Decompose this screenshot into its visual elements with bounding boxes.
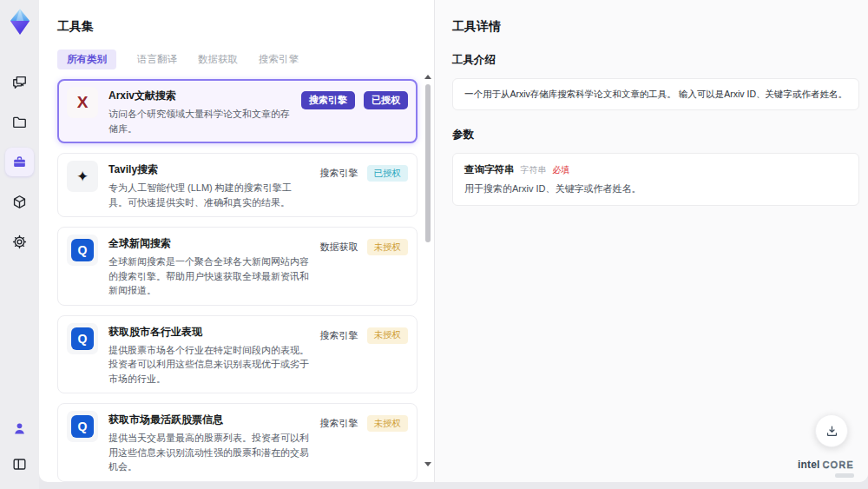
tool-list-panel: 工具集 所有类别语言翻译数据获取搜索引擎 Arxiv文献搜索 访问各个研究领域大… (39, 0, 434, 482)
tool-title: 全球新闻搜索 (108, 236, 310, 251)
folder-icon (11, 114, 28, 130)
tab-label: 数据获取 (198, 54, 238, 64)
tool-badges: 数据获取 未授权 (320, 235, 409, 255)
scrollbar (424, 75, 431, 477)
auth-badge: 未授权 (367, 327, 409, 344)
page-title: 工具集 (57, 19, 418, 35)
intro-heading: 工具介绍 (452, 53, 859, 68)
tool-card[interactable]: 全球新闻搜索 全球新闻搜索是一个聚合全球各大新闻网站内容的搜索引擎。帮助用户快速… (57, 227, 418, 306)
tool-info: Tavily搜索 专为人工智能代理 (LLM) 构建的搜索引擎工具。可快速提供实… (108, 161, 310, 209)
auth-badge: 已授权 (367, 165, 409, 182)
scrollbar-thumb[interactable] (425, 84, 431, 242)
main-window: 工具集 所有类别语言翻译数据获取搜索引擎 Arxiv文献搜索 访问各个研究领域大… (39, 0, 868, 482)
param-head: 查询字符串 字符串 必填 (464, 163, 847, 176)
category-tabs: 所有类别语言翻译数据获取搜索引擎 (57, 50, 418, 69)
tool-description: 提供股票市场各个行业在特定时间段内的表现。投资者可以利用这些信息来识别表现优于或… (108, 343, 310, 387)
category-tab[interactable]: 数据获取 (198, 50, 238, 69)
tool-list: Arxiv文献搜索 访问各个研究领域大量科学论文和文章的存储库。 搜索引擎 已授… (57, 79, 418, 482)
sidebar-item-account[interactable] (5, 414, 34, 443)
tool-title: 获取市场最活跃股票信息 (108, 413, 310, 427)
sidebar-bottom (5, 414, 34, 479)
intel-core-ultra-mark (835, 473, 854, 478)
category-tab[interactable]: 搜索引擎 (259, 50, 299, 69)
user-icon (11, 420, 28, 437)
scroll-up-arrow-icon[interactable] (424, 75, 431, 79)
sidebar-item-settings[interactable] (5, 228, 34, 256)
intel-core-logo: intelcore (798, 459, 854, 478)
tab-label: 所有类别 (67, 54, 107, 64)
category-tab[interactable]: 所有类别 (57, 50, 116, 69)
tool-badges: 搜索引擎 未授权 (320, 411, 409, 432)
tool-info: 获取市场最活跃股票信息 提供当天交易量最高的股票列表。投资者可以利用这些信息来识… (108, 411, 310, 474)
sidebar-item-tools[interactable] (5, 148, 34, 176)
tool-title: Tavily搜索 (108, 162, 310, 177)
tool-info: Arxiv文献搜索 访问各个研究领域大量科学论文和文章的存储库。 (108, 87, 291, 135)
gear-icon (11, 234, 28, 250)
cube-icon (11, 194, 28, 210)
sidebar-nav (5, 68, 34, 256)
param-required-badge: 必填 (553, 164, 570, 176)
app-root: 工具集 所有类别语言翻译数据获取搜索引擎 Arxiv文献搜索 访问各个研究领域大… (0, 0, 868, 489)
category-badge: 搜索引擎 (320, 167, 358, 180)
tool-badges: 搜索引擎 未授权 (320, 323, 409, 344)
tool-icon (67, 235, 98, 266)
params-heading: 参数 (452, 128, 859, 142)
param-row: 查询字符串 字符串 必填 用于搜索的Arxiv ID、关键字或作者姓名。 (464, 162, 847, 197)
tool-description: 全球新闻搜索是一个聚合全球各大新闻网站内容的搜索引擎。帮助用户快速获取全球最新资… (108, 254, 310, 298)
auth-badge: 已授权 (364, 91, 408, 109)
tool-detail-panel: 工具详情 工具介绍 一个用于从Arxiv存储库搜索科学论文和文章的工具。 输入可… (434, 0, 868, 482)
param-description: 用于搜索的Arxiv ID、关键字或作者姓名。 (464, 182, 847, 195)
tab-label: 语言翻译 (137, 54, 177, 64)
tool-description: 访问各个研究领域大量科学论文和文章的存储库。 (108, 107, 291, 135)
category-badge: 搜索引擎 (301, 91, 355, 109)
category-tab[interactable]: 语言翻译 (137, 50, 177, 69)
detail-title: 工具详情 (452, 19, 859, 35)
tool-icon (67, 87, 98, 118)
tool-icon (67, 323, 98, 354)
tool-badges: 搜索引擎 已授权 (301, 87, 408, 109)
sidebar-item-files[interactable] (5, 108, 34, 136)
tool-icon (67, 411, 98, 442)
tool-card[interactable]: Tavily搜索 专为人工智能代理 (LLM) 构建的搜索引擎工具。可快速提供实… (57, 153, 418, 217)
tool-info: 获取股市各行业表现 提供股票市场各个行业在特定时间段内的表现。投资者可以利用这些… (108, 323, 310, 387)
tool-title: Arxiv文献搜索 (108, 89, 291, 103)
auth-badge: 未授权 (367, 239, 409, 255)
intro-card: 一个用于从Arxiv存储库搜索科学论文和文章的工具。 输入可以是Arxiv ID… (452, 78, 859, 110)
chat-icon (11, 74, 28, 90)
download-icon (825, 424, 839, 439)
panel-icon (11, 456, 28, 472)
params-card: 查询字符串 字符串 必填 用于搜索的Arxiv ID、关键字或作者姓名。 (452, 153, 859, 206)
intel-brand-text: intel (798, 459, 820, 471)
tab-label: 搜索引擎 (259, 54, 299, 64)
tool-description: 提供当天交易量最高的股票列表。投资者可以利用这些信息来识别流动性强的股票和潜在的… (108, 431, 310, 474)
app-logo (5, 7, 35, 36)
tool-description: 专为人工智能代理 (LLM) 构建的搜索引擎工具。可快速提供实时、准确和真实的结… (108, 181, 310, 209)
tool-badges: 搜索引擎 已授权 (320, 161, 409, 182)
intro-text: 一个用于从Arxiv存储库搜索科学论文和文章的工具。 输入可以是Arxiv ID… (464, 87, 847, 102)
sidebar-item-chat[interactable] (5, 68, 34, 96)
param-name: 查询字符串 (464, 163, 515, 176)
sidebar (0, 0, 39, 489)
category-badge: 搜索引擎 (320, 417, 358, 430)
tool-icon (67, 161, 98, 192)
download-button[interactable] (815, 414, 848, 447)
param-type: 字符串 (521, 164, 547, 176)
briefcase-icon (11, 154, 28, 170)
tool-card[interactable]: 获取股市各行业表现 提供股票市场各个行业在特定时间段内的表现。投资者可以利用这些… (57, 315, 418, 394)
sidebar-item-packages[interactable] (5, 188, 34, 216)
tool-card[interactable]: 获取市场最活跃股票信息 提供当天交易量最高的股票列表。投资者可以利用这些信息来识… (57, 403, 418, 482)
category-badge: 搜索引擎 (320, 329, 358, 342)
tool-info: 全球新闻搜索 全球新闻搜索是一个聚合全球各大新闻网站内容的搜索引擎。帮助用户快速… (108, 235, 310, 298)
scroll-down-arrow-icon[interactable] (424, 462, 431, 466)
auth-badge: 未授权 (367, 415, 409, 432)
core-brand-text: core (823, 459, 854, 470)
tool-card[interactable]: Arxiv文献搜索 访问各个研究领域大量科学论文和文章的存储库。 搜索引擎 已授… (57, 79, 418, 143)
sidebar-item-panel-toggle[interactable] (5, 450, 34, 479)
tool-title: 获取股市各行业表现 (108, 325, 310, 340)
category-badge: 数据获取 (320, 241, 358, 254)
